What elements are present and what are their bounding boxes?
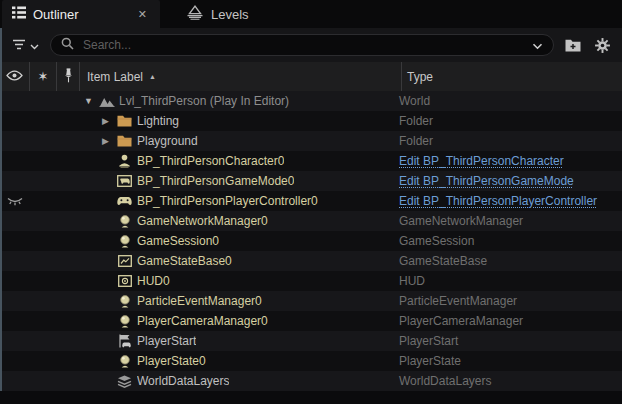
type-label: PlayerStart xyxy=(399,334,458,348)
outliner-row[interactable]: ▶PlaygroundFolder xyxy=(0,131,622,151)
outliner-row[interactable]: HUD0HUD xyxy=(0,271,622,291)
item-label-cell: GameSession0 xyxy=(80,234,394,248)
closed-eye-icon[interactable] xyxy=(0,196,29,206)
item-label: PlayerCameraManager0 xyxy=(137,314,268,328)
star-icon: ✶ xyxy=(38,70,49,83)
item-label-cell: GameNetworkManager0 xyxy=(80,214,394,228)
edit-blueprint-link[interactable]: Edit BP_ThirdPersonPlayerController xyxy=(399,194,597,208)
item-label: BP_ThirdPersonGameMode0 xyxy=(137,174,294,188)
outliner-row[interactable]: GameStateBase0GameStateBase xyxy=(0,251,622,271)
edit-blueprint-link[interactable]: Edit BP_ThirdPersonGameMode xyxy=(399,174,574,188)
item-label: WorldDataLayers xyxy=(137,374,229,388)
item-label: GameStateBase0 xyxy=(137,254,232,268)
type-label: World xyxy=(399,94,430,108)
outliner-row[interactable]: PlayerStartPlayerStart xyxy=(0,331,622,351)
row-gutter xyxy=(0,311,80,331)
item-label-cell: WorldDataLayers xyxy=(80,374,394,388)
row-gutter xyxy=(0,291,80,311)
item-label: HUD0 xyxy=(137,274,170,288)
item-label-cell: BP_ThirdPersonPlayerController0 xyxy=(80,194,394,208)
filter-button[interactable] xyxy=(10,36,41,55)
gamemode-icon xyxy=(116,175,133,187)
outliner-row[interactable]: ParticleEventManager0ParticleEventManage… xyxy=(0,291,622,311)
row-gutter xyxy=(0,331,80,351)
search-options-chevron-icon[interactable] xyxy=(532,36,543,54)
expander-collapsed-icon[interactable]: ▶ xyxy=(102,136,116,146)
playerstart-icon xyxy=(116,334,133,348)
outliner-row[interactable]: ▼Lvl_ThirdPerson (Play In Editor)World xyxy=(0,91,622,111)
row-gutter xyxy=(0,351,80,371)
outliner-row[interactable]: BP_ThirdPersonPlayerController0Edit BP_T… xyxy=(0,191,622,211)
item-label-column-header[interactable]: Item Label ▲ xyxy=(80,62,401,91)
outliner-row[interactable]: PlayerCameraManager0PlayerCameraManager xyxy=(0,311,622,331)
settings-gear-button[interactable] xyxy=(592,35,613,56)
tab-label: Levels xyxy=(211,7,249,22)
row-gutter xyxy=(0,231,80,251)
type-cell: ParticleEventManager xyxy=(394,294,622,308)
folder-icon xyxy=(116,135,133,147)
pin-column-header[interactable] xyxy=(57,62,80,91)
character-icon xyxy=(116,154,133,168)
outliner-row[interactable]: ▶LightingFolder xyxy=(0,111,622,131)
item-label-cell: ▶Playground xyxy=(80,134,394,148)
row-gutter xyxy=(0,111,80,131)
expander-collapsed-icon[interactable]: ▶ xyxy=(102,116,116,126)
type-column-header[interactable]: Type xyxy=(401,62,622,91)
eye-icon xyxy=(6,70,23,84)
search-input[interactable] xyxy=(81,37,525,53)
item-label: PlayerStart xyxy=(137,334,196,348)
search-box[interactable] xyxy=(50,34,554,56)
row-gutter xyxy=(0,211,80,231)
row-gutter xyxy=(0,151,80,171)
panel-footer xyxy=(0,391,622,404)
tab-levels[interactable]: Levels xyxy=(176,0,259,28)
panel-left-edge xyxy=(0,28,2,391)
outliner-row[interactable]: BP_ThirdPersonGameMode0Edit BP_ThirdPers… xyxy=(0,171,622,191)
orb-icon xyxy=(116,355,133,368)
create-folder-button[interactable] xyxy=(563,37,583,54)
favorite-column-header[interactable]: ✶ xyxy=(30,62,57,91)
chart-icon xyxy=(116,255,133,267)
item-label-header-text: Item Label xyxy=(87,70,143,84)
type-label: PlayerState xyxy=(399,354,461,368)
type-header-text: Type xyxy=(407,70,433,84)
edit-blueprint-link[interactable]: Edit BP_ThirdPersonCharacter xyxy=(399,154,564,168)
outliner-row[interactable]: WorldDataLayersWorldDataLayers xyxy=(0,371,622,391)
item-label: Lighting xyxy=(137,114,179,128)
item-label-cell: ▼Lvl_ThirdPerson (Play In Editor) xyxy=(80,94,394,108)
item-label-cell: BP_ThirdPersonGameMode0 xyxy=(80,174,394,188)
close-icon[interactable]: ✕ xyxy=(135,7,150,22)
expander-expanded-icon[interactable]: ▼ xyxy=(84,96,98,106)
visibility-column-header[interactable] xyxy=(0,62,30,91)
type-cell: PlayerStart xyxy=(394,334,622,348)
type-label: GameNetworkManager xyxy=(399,214,523,228)
outliner-toolbar xyxy=(0,28,622,62)
world-icon xyxy=(98,96,115,107)
type-cell: Edit BP_ThirdPersonCharacter xyxy=(394,154,622,168)
column-header-row: ✶ Item Label ▲ Type xyxy=(0,62,622,91)
type-cell: Edit BP_ThirdPersonPlayerController xyxy=(394,194,622,208)
item-label: Lvl_ThirdPerson (Play In Editor) xyxy=(119,94,289,108)
type-label: Folder xyxy=(399,114,433,128)
type-cell: PlayerCameraManager xyxy=(394,314,622,328)
type-cell: PlayerState xyxy=(394,354,622,368)
type-label: HUD xyxy=(399,274,425,288)
outliner-row[interactable]: GameNetworkManager0GameNetworkManager xyxy=(0,211,622,231)
controller-icon xyxy=(116,196,133,206)
tab-label: Outliner xyxy=(33,7,79,22)
row-gutter xyxy=(0,251,80,271)
type-cell: World xyxy=(394,94,622,108)
row-gutter xyxy=(0,271,80,291)
tab-bar: Outliner ✕ Levels xyxy=(0,0,622,28)
orb-icon xyxy=(116,295,133,308)
outliner-row[interactable]: GameSession0GameSession xyxy=(0,231,622,251)
outliner-row[interactable]: BP_ThirdPersonCharacter0Edit BP_ThirdPer… xyxy=(0,151,622,171)
type-label: GameSession xyxy=(399,234,474,248)
row-gutter xyxy=(0,131,80,151)
outliner-row[interactable]: PlayerState0PlayerState xyxy=(0,351,622,371)
item-label-cell: PlayerCameraManager0 xyxy=(80,314,394,328)
tab-outliner[interactable]: Outliner ✕ xyxy=(2,0,160,28)
item-label: BP_ThirdPersonCharacter0 xyxy=(137,154,284,168)
type-cell: Folder xyxy=(394,134,622,148)
outliner-tab-icon xyxy=(12,6,26,22)
